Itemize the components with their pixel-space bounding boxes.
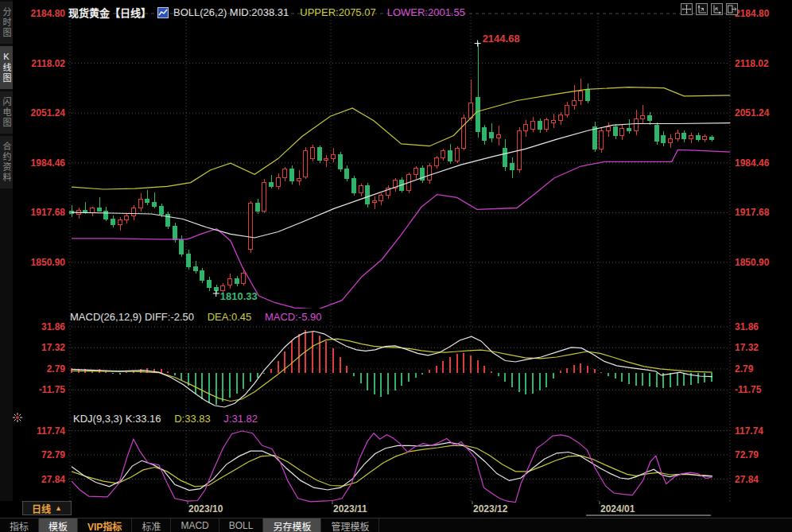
boll-mid-value: BOLL(26,2) MID:2038.31 bbox=[173, 6, 289, 18]
period-selector[interactable]: 日线 ▲ bbox=[22, 501, 72, 515]
boll-upper-value: UPPER:2075.07 bbox=[300, 6, 375, 18]
symbol-title: 现货黄金【日线】 bbox=[68, 5, 151, 20]
trading-app: 2184.802184.802118.022118.022051.242051.… bbox=[0, 0, 792, 532]
sidebar-tab-timeshare[interactable]: 分时图 bbox=[0, 2, 13, 44]
macd-dea-value: DEA:0.45 bbox=[208, 311, 252, 323]
exit-chart-icon[interactable] bbox=[726, 3, 738, 15]
macd-value: MACD:-5.90 bbox=[265, 311, 322, 323]
toolbar-tab-vip-indicators[interactable]: VIP指标 bbox=[78, 518, 132, 532]
toolbar-tab-indicators[interactable]: 指标 bbox=[0, 518, 39, 532]
high-price-annotation: 2144.68 bbox=[483, 33, 520, 45]
chart-canvas[interactable] bbox=[0, 0, 792, 532]
macd-diff-value: MACD(26,12,9) DIFF:-2.50 bbox=[70, 311, 194, 323]
pan-crosshair-icon[interactable] bbox=[681, 3, 693, 15]
chart-tool-buttons bbox=[681, 3, 738, 15]
main-chart-header: 现货黄金【日线】 BOLL(26,2) MID:2038.31 UPPER:20… bbox=[68, 5, 476, 20]
kdj-k-value: KDJ(9,3,3) K:33.16 bbox=[73, 413, 161, 425]
indicator-toolbar: 指标 模板 VIP指标 标准 MACD BOLL 另存模板 管理模板 bbox=[0, 518, 792, 532]
toolbar-tab-macd[interactable]: MACD bbox=[171, 518, 219, 532]
macd-header: MACD(26,12,9) DIFF:-2.50 DEA:0.45 MACD:-… bbox=[70, 311, 332, 323]
kdj-header: KDJ(9,3,3) K:33.16 D:33.83 J:31.82 bbox=[73, 413, 268, 425]
indicator-marker-icon[interactable] bbox=[11, 411, 24, 424]
chart-type-sidebar: 分时图 K线图 闪电图 合约资料 bbox=[0, 0, 13, 501]
chevron-up-icon: ▲ bbox=[55, 504, 62, 512]
sidebar-tab-lightning[interactable]: 闪电图 bbox=[0, 91, 13, 134]
toolbar-tab-standard[interactable]: 标准 bbox=[132, 518, 171, 532]
toolbar-tab-templates[interactable]: 模板 bbox=[39, 518, 78, 532]
sidebar-tab-contract-info[interactable]: 合约资料 bbox=[0, 136, 13, 188]
h-scrollbar[interactable] bbox=[586, 515, 711, 516]
period-label: 日线 bbox=[32, 502, 51, 515]
toolbar-tab-manage-templates[interactable]: 管理模板 bbox=[321, 518, 379, 532]
line-chart-icon[interactable] bbox=[157, 7, 169, 18]
toolbar-tab-save-template[interactable]: 另存模板 bbox=[263, 518, 321, 532]
kdj-d-value: D:33.83 bbox=[174, 413, 211, 425]
kdj-j-value: J:31.82 bbox=[223, 413, 258, 425]
sidebar-tab-kline[interactable]: K线图 bbox=[0, 46, 13, 89]
axis-zoom-in-icon[interactable] bbox=[696, 3, 708, 15]
boll-lower-value: LOWER:2001.55 bbox=[387, 6, 465, 18]
axis-zoom-out-icon[interactable] bbox=[711, 3, 723, 15]
toolbar-tab-boll[interactable]: BOLL bbox=[219, 518, 264, 532]
low-price-annotation: 1810.33 bbox=[220, 290, 258, 302]
